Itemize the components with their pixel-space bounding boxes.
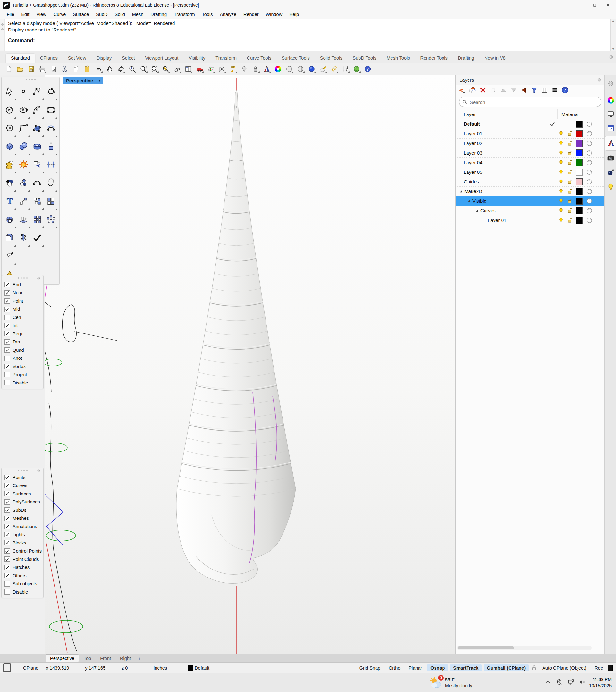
layer-visibility-bulb-icon[interactable]	[556, 140, 565, 146]
filter-checkbox[interactable]	[4, 565, 10, 570]
filter-polysurfaces[interactable]: PolySurfaces	[2, 498, 43, 506]
layer-visibility-bulb-icon[interactable]	[556, 189, 565, 194]
menu-solid[interactable]: Solid	[111, 11, 129, 18]
display-mode-button[interactable]	[263, 65, 271, 73]
viewport-layout-button[interactable]	[184, 65, 192, 73]
statusbar-filter-swatch[interactable]	[608, 665, 613, 671]
layer-color-swatch[interactable]	[574, 207, 584, 214]
zoom-selected-button[interactable]	[162, 65, 170, 73]
filter-lights[interactable]: Lights	[2, 531, 43, 539]
layer-material-icon[interactable]	[584, 121, 595, 127]
toolbar-tab-set-view[interactable]: Set View	[63, 53, 91, 63]
color-wheel-button[interactable]	[274, 65, 282, 73]
osnap-checkbox[interactable]	[4, 282, 10, 287]
tool-blocks-button[interactable]	[30, 192, 44, 210]
layers-horizontal-scrollbar[interactable]	[457, 646, 592, 650]
tool-fillet-curves-button[interactable]	[17, 118, 30, 137]
layer-visibility-bulb-icon[interactable]	[556, 198, 565, 203]
statusbar-grid-snap[interactable]: Grid Snap	[356, 665, 383, 671]
layers-gear-icon[interactable]	[596, 77, 602, 83]
layer-material-icon[interactable]	[584, 217, 595, 223]
maximize-button[interactable]	[588, 1, 601, 9]
filter-subds[interactable]: SubDs	[2, 506, 43, 514]
layer-visibility-bulb-icon[interactable]	[556, 179, 565, 185]
layer-material-icon[interactable]	[584, 198, 595, 204]
layer-color-swatch[interactable]	[574, 197, 584, 204]
layer-row-visible[interactable]: Visible	[456, 196, 604, 206]
panel-tab-lightbulb[interactable]	[605, 179, 616, 194]
osnap-checkbox[interactable]	[4, 355, 10, 361]
osnap-checkbox[interactable]	[4, 372, 10, 377]
osnap-drag-handle[interactable]	[2, 276, 43, 281]
layer-row-layer-03[interactable]: Layer 03	[456, 148, 604, 158]
command-prompt-input[interactable]: Command:	[8, 36, 607, 44]
filter-others[interactable]: Others	[2, 571, 43, 580]
layer-color-swatch[interactable]	[574, 178, 584, 185]
taskbar-weather-widget[interactable]: 3 55°F Mostly cloudy	[430, 676, 472, 689]
statusbar-planar[interactable]: Planar	[405, 665, 425, 671]
tool-box-button[interactable]	[3, 137, 16, 155]
zoom-dynamic-button[interactable]: ±	[128, 65, 136, 73]
filter-annotations[interactable]: Annotations	[2, 522, 43, 531]
layer-expander-icon[interactable]	[458, 190, 464, 193]
layer-material-icon[interactable]	[584, 189, 595, 194]
panel-tab-camera[interactable]	[605, 151, 616, 165]
filter-checkbox[interactable]	[4, 540, 10, 545]
layer-visibility-bulb-icon[interactable]	[556, 160, 565, 165]
statusbar-inches[interactable]: Inches	[150, 665, 170, 671]
layer-current-check[interactable]	[548, 121, 556, 127]
osnap-mid[interactable]: Mid	[2, 305, 43, 313]
save-button[interactable]	[27, 65, 35, 73]
filter-control-points[interactable]: Control Points	[2, 547, 43, 556]
toolbar-tab-drafting[interactable]: Drafting	[453, 53, 479, 63]
menu-tools[interactable]: Tools	[198, 11, 217, 18]
statusbar-rec[interactable]: Rec	[591, 665, 606, 671]
search-input[interactable]	[469, 99, 598, 105]
layer-material-icon[interactable]	[584, 150, 595, 156]
statusbar-cplane[interactable]: CPlane	[20, 665, 42, 671]
panel-tab-color-wheel[interactable]	[605, 94, 616, 107]
statusbar-default[interactable]: Default	[184, 665, 213, 671]
copy-button[interactable]	[72, 65, 80, 73]
filter-surfaces[interactable]: Surfaces	[2, 490, 43, 498]
tool-surface-from-points-button[interactable]	[30, 118, 44, 137]
tool-curve-seam-button[interactable]	[30, 173, 44, 192]
menu-render[interactable]: Render	[240, 11, 262, 18]
statusbar-x[interactable]: x 1439.519	[43, 665, 72, 671]
tool-curve-boolean-button[interactable]	[44, 173, 58, 192]
layer-visibility-bulb-icon[interactable]	[556, 169, 565, 175]
tool-sphere-button[interactable]	[17, 137, 30, 155]
layer-material-icon[interactable]	[584, 169, 595, 175]
toolbar-tab-cplanes[interactable]: CPlanes	[35, 53, 63, 63]
osnap-checkbox[interactable]	[4, 290, 10, 296]
menu-help[interactable]: Help	[286, 11, 302, 18]
menu-edit[interactable]: Edit	[18, 11, 33, 18]
filter-checkbox[interactable]	[4, 589, 10, 594]
tool-block-tools-button[interactable]	[44, 192, 58, 210]
layer-lock-icon[interactable]	[565, 217, 574, 223]
filter-checkbox[interactable]	[4, 573, 10, 578]
panel-tab-bomb[interactable]	[605, 165, 616, 179]
filter-drag-handle[interactable]	[2, 468, 43, 473]
menu-view[interactable]: View	[33, 11, 50, 18]
filter-checkbox[interactable]	[4, 556, 10, 562]
filter-checkbox[interactable]	[4, 581, 10, 586]
tray-speaker-icon[interactable]	[579, 678, 586, 687]
filter-disable[interactable]: Disable	[2, 588, 43, 596]
layers-move-up-button[interactable]	[499, 86, 508, 94]
pan-button[interactable]	[106, 65, 114, 73]
toolbar-tab-render-tools[interactable]: Render Tools	[415, 53, 453, 63]
osnap-checkbox[interactable]	[4, 298, 10, 304]
layer-lock-icon[interactable]	[565, 131, 574, 136]
statusbar-z[interactable]: z 0	[118, 665, 131, 671]
filter-checkbox[interactable]	[4, 532, 10, 537]
filter-curves[interactable]: Curves	[2, 482, 43, 490]
osnap-vertex[interactable]: Vertex	[2, 362, 43, 371]
layer-row-layer-04[interactable]: Layer 04	[456, 158, 604, 167]
osnap-gear-icon[interactable]	[36, 276, 42, 282]
shade-button[interactable]	[285, 65, 293, 73]
filter-checkbox[interactable]	[4, 548, 10, 554]
filter-meshes[interactable]: Meshes	[2, 514, 43, 523]
layer-expander-icon[interactable]	[466, 199, 472, 203]
print-button[interactable]	[38, 65, 46, 73]
